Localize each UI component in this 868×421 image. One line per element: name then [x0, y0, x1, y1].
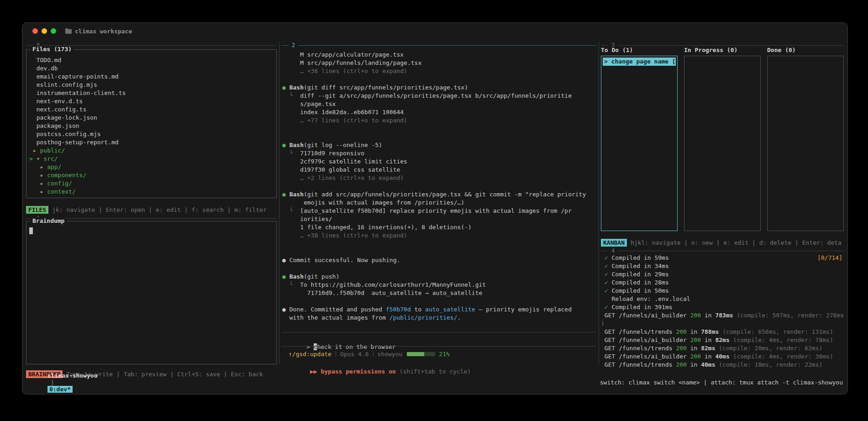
log-line: Reload env: .env.local: [601, 295, 844, 303]
terminal-line: iorities/: [282, 215, 596, 223]
braindump-pane-title: Braindump: [30, 217, 67, 224]
file-tree-item[interactable]: posthog-setup-report.md: [29, 138, 274, 147]
kanban-board: > change page name [0: [601, 56, 844, 231]
tmux-separator: |: [51, 379, 54, 386]
pane-divider-4: 4: [601, 247, 844, 254]
terminal-line: emojis with actual images from /prioriti…: [282, 199, 596, 207]
file-tree-item[interactable]: ▸ context/: [29, 188, 274, 196]
input-divider-top: [281, 332, 596, 332]
terminal-line: 1 file changed, 16 insertions(+), 8 dele…: [282, 223, 596, 232]
permissions-line[interactable]: ▶▶ bypass permissions on (shift+tab to c…: [289, 359, 596, 368]
text-cursor: [29, 227, 33, 234]
input-text: heck it on the browser: [317, 343, 395, 350]
claude-status-line: ↑ /gsd:update Opus 4.6 showyou 21%: [289, 350, 596, 358]
terminal-line: [282, 297, 596, 305]
log-line: ✓ Compiled in 50ms: [601, 287, 844, 295]
file-tree-item[interactable]: instrumentation-client.ts: [29, 89, 274, 97]
context-percent: 21%: [439, 351, 449, 358]
close-button[interactable]: [32, 28, 38, 34]
log-line: ✓ Compiled in 391ms: [601, 303, 844, 311]
terminal-line: ● Bash(git diff src/app/funnels/prioriti…: [282, 84, 596, 92]
braindump-editor[interactable]: [26, 221, 276, 240]
file-tree-item[interactable]: > ▾ src/: [29, 155, 274, 163]
pane-border-center-right: [599, 42, 599, 364]
file-tree-item[interactable]: ▸ components/: [29, 171, 274, 179]
file-tree-item[interactable]: package-lock.json: [29, 114, 274, 122]
log-line: ): [601, 320, 844, 328]
terminal-line: ● Bash(git add src/app/funnels/prioritie…: [282, 190, 596, 199]
permissions-hint: (shift+tab to cycle): [396, 368, 471, 375]
file-tree-item[interactable]: package.json: [29, 122, 274, 130]
log-line: GET /funnels/ai_builder 200 in 40ms (com…: [601, 353, 844, 361]
terminal-line: … +38 lines (ctrl+o to expand): [282, 232, 596, 240]
kanban-mode-badge: KANBAN: [601, 239, 627, 247]
terminal-line: └ diff --git a/src/app/funnels/prioritie…: [282, 92, 596, 100]
tmux-status-bar: climax-showyou | 0:dev* switch: climax s…: [26, 378, 843, 387]
log-line: GET /funnels/ai_builder 200 in 783ms (co…: [601, 311, 844, 320]
terminal-line: … +2 lines (ctrl+o to expand): [282, 174, 596, 182]
dev-server-log: ✓ Compiled in 59ms[0/714] ✓ Compiled in …: [601, 254, 844, 369]
model-label: Opus 4.6: [340, 351, 369, 358]
slash-command: /gsd:update: [292, 351, 331, 358]
file-tree-item[interactable]: TODO.md: [29, 56, 274, 64]
tmux-session-name: climax-showyou: [47, 372, 98, 379]
file-tree-item[interactable]: email-capture-points.md: [29, 73, 274, 81]
terminal-line: d197f30 global css satellite: [282, 166, 596, 174]
file-tree-item[interactable]: ▸ config/: [29, 179, 274, 188]
kanban-keybind-help: hjkl: navigate | n: new | e: edit | d: d…: [631, 239, 842, 246]
log-line: GET /funnels/trends 200 in 788ms (compil…: [601, 328, 844, 336]
pane-number-2: 2: [292, 42, 295, 48]
files-keybind-help: jk: navigate | Enter: open | e: edit | f…: [52, 206, 267, 213]
file-tree-item[interactable]: postcss.config.mjs: [29, 130, 274, 138]
terminal-line: with the actual images from /public/prio…: [282, 314, 596, 322]
file-tree-item[interactable]: ▸ public/: [29, 147, 274, 155]
window-title: climax workspace: [75, 28, 132, 35]
left-column: 0 Files (173) TODO.md dev.db email-captu…: [26, 42, 277, 389]
claude-input[interactable]: > check it on the browser: [285, 335, 596, 343]
file-tree[interactable]: TODO.md dev.db email-capture-points.md e…: [26, 50, 276, 196]
input-prompt: >: [306, 343, 314, 350]
log-line: GET /funnels/trends 200 in 82ms (compile…: [601, 344, 844, 353]
pane-border-left-center: [279, 42, 279, 364]
terminal-window: climax workspace 0 Files (173) TODO.md d…: [22, 22, 848, 395]
terminal-line: [282, 240, 596, 248]
kanban-column-title-todo: To Do (1): [601, 47, 678, 55]
terminal-line: … +36 lines (ctrl+o to expand): [282, 67, 596, 75]
files-mode-badge: FILES: [26, 206, 48, 214]
file-tree-item[interactable]: dev.db: [29, 64, 274, 73]
file-tree-item[interactable]: next-env.d.ts: [29, 97, 274, 105]
pane-divider-2: 2: [281, 42, 596, 48]
terminal-line: index 1de82da..eb6b071 100644: [282, 108, 596, 116]
file-tree-item[interactable]: next.config.ts: [29, 105, 274, 114]
log-line: GET /funnels/trends 200 in 40ms (compile…: [601, 361, 844, 369]
file-tree-item[interactable]: ▸ app/: [29, 163, 274, 171]
log-line: ✓ Compiled in 29ms: [601, 270, 844, 279]
kanban-column-done: [767, 56, 844, 231]
input-divider-bottom: [281, 346, 596, 347]
terminal-line: ● Commit successful. Now pushing.: [282, 256, 596, 264]
zoom-button[interactable]: [51, 28, 56, 34]
window-titlebar: climax workspace: [22, 23, 847, 39]
minimize-button[interactable]: [42, 28, 47, 34]
log-line: GET /funnels/ai_builder 200 in 82ms (com…: [601, 336, 844, 344]
files-status-bar: FILES jk: navigate | Enter: open | e: ed…: [26, 205, 277, 214]
terminal-line: ● Done. Committed and pushed f50b70d to …: [282, 305, 596, 314]
tmux-window-tab[interactable]: 0:dev*: [47, 386, 73, 393]
terminal-line: [282, 264, 596, 273]
terminal-line: └ To https://github.com/carlosarthurr1/M…: [282, 281, 596, 289]
terminal-line: [282, 248, 596, 256]
tmux-status-left: climax-showyou | 0:dev*: [26, 365, 98, 395]
kanban-column-inprogress: [684, 56, 761, 231]
files-pane: Files (173) TODO.md dev.db email-capture…: [26, 49, 277, 198]
permissions-label: bypass permissions on: [321, 368, 395, 375]
tmux-hint: switch: climax switch <name> | attach: t…: [600, 379, 843, 386]
terminal-line: 71710d9..f50b70d auto_satellite → auto_s…: [282, 289, 596, 297]
context-progress-fill: [407, 352, 424, 356]
folder-icon: [65, 28, 72, 34]
terminal-line: [282, 125, 596, 133]
file-tree-item[interactable]: eslint.config.mjs: [29, 81, 274, 89]
log-line: ✓ Compiled in 28ms: [601, 279, 844, 287]
kanban-card[interactable]: > change page name [0: [603, 58, 676, 66]
terminal-line: [282, 133, 596, 141]
status-separator: [336, 351, 336, 357]
